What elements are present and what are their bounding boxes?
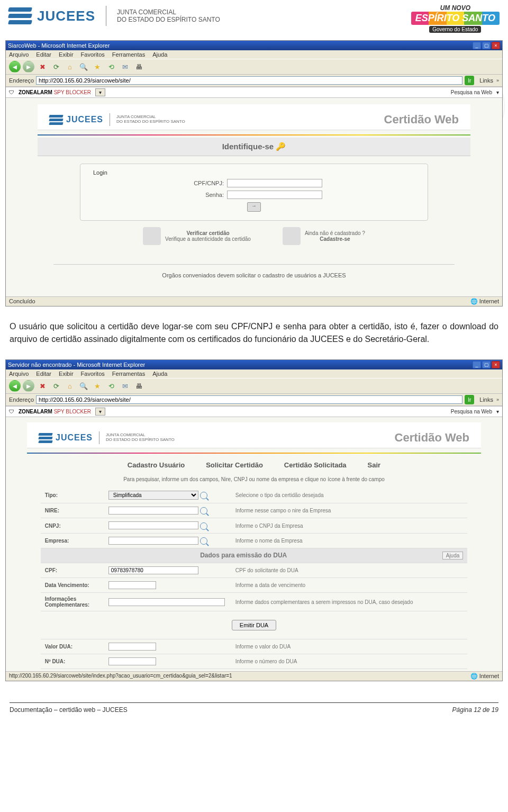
info-help: Informe dados complementares a serem imp… bbox=[231, 593, 468, 611]
print-button[interactable]: 🖶 bbox=[133, 380, 144, 392]
search-button[interactable]: 🔍 bbox=[78, 61, 89, 73]
menu-ferramentas[interactable]: Ferramentas bbox=[112, 371, 145, 377]
verify-certidao-box[interactable]: Verificar certidãoVerifique a autenticid… bbox=[143, 227, 251, 245]
maximize-button[interactable]: ▢ bbox=[482, 42, 491, 49]
minimize-button[interactable]: _ bbox=[473, 42, 481, 49]
search-icon[interactable] bbox=[200, 522, 207, 530]
row-cnpj: CNPJ: Informe o CNPJ da Empresa bbox=[41, 518, 468, 533]
nire-label: NIRE: bbox=[41, 503, 104, 518]
empresa-input[interactable] bbox=[108, 537, 198, 545]
cpf-label: CPF/CNPJ: bbox=[186, 180, 224, 186]
close-button[interactable]: × bbox=[492, 361, 500, 368]
info-input[interactable] bbox=[108, 598, 225, 606]
zonealarm-spy: SPY BLOCKER bbox=[54, 89, 91, 95]
zonealarm-dropdown[interactable]: ▾ bbox=[95, 88, 105, 96]
valor-input[interactable] bbox=[108, 643, 156, 651]
window-title: SiarcoWeb - Microsoft Internet Explorer bbox=[8, 42, 110, 49]
url-input[interactable] bbox=[36, 395, 462, 404]
internet-icon: 🌐 bbox=[470, 673, 478, 679]
refresh-button[interactable]: ⟳ bbox=[50, 380, 62, 392]
menu-ajuda[interactable]: Ajuda bbox=[152, 371, 167, 377]
num-input[interactable] bbox=[108, 657, 156, 665]
valor-help: Informe o valor do DUA bbox=[231, 639, 468, 654]
tab-cadastro[interactable]: Cadastro Usuário bbox=[128, 461, 185, 469]
cpf-input[interactable] bbox=[227, 179, 322, 187]
minimize-button[interactable]: _ bbox=[473, 361, 481, 368]
dua-section-header: Dados para emissão do DUA Ajuda bbox=[41, 548, 468, 563]
history-button[interactable]: ⟲ bbox=[105, 380, 117, 392]
go-button[interactable]: Ir bbox=[465, 76, 474, 85]
search-icon[interactable] bbox=[200, 492, 207, 499]
menu-editar[interactable]: Editar bbox=[36, 51, 51, 58]
address-bar: Endereço Ir Links » bbox=[6, 75, 502, 87]
certidao-form: Tipo: Simplificada Selecione o tipo da c… bbox=[41, 488, 468, 669]
senha-input[interactable] bbox=[227, 191, 322, 199]
home-button[interactable]: ⌂ bbox=[64, 380, 76, 392]
cpf-help: CPF do solicitante do DUA bbox=[231, 563, 468, 578]
links-label[interactable]: Links bbox=[479, 77, 493, 84]
go-button[interactable]: Ir bbox=[465, 395, 474, 404]
mail-button[interactable]: ✉ bbox=[119, 61, 131, 73]
menu-arquivo[interactable]: Arquivo bbox=[9, 51, 29, 58]
row-nire: NIRE: Informe nesse campo o nire da Empr… bbox=[41, 503, 468, 518]
menu-ferramentas[interactable]: Ferramentas bbox=[112, 51, 145, 58]
help-button[interactable]: Ajuda bbox=[442, 552, 464, 560]
cnpj-help: Informe o CNPJ da Empresa bbox=[231, 518, 468, 533]
zonealarm-search-label[interactable]: Pesquisa na Web bbox=[451, 89, 492, 95]
document-icon bbox=[143, 227, 161, 245]
url-input[interactable] bbox=[36, 76, 462, 85]
person-icon bbox=[283, 227, 301, 245]
mail-button[interactable]: ✉ bbox=[119, 380, 131, 392]
zonealarm-icon: 🛡 bbox=[9, 89, 14, 95]
address-label: Endereço bbox=[9, 396, 34, 403]
venc-help: Informe a data de vencimento bbox=[231, 578, 468, 593]
menu-editar[interactable]: Editar bbox=[36, 371, 51, 377]
home-button[interactable]: ⌂ bbox=[64, 61, 76, 73]
close-button[interactable]: × bbox=[492, 42, 500, 49]
cnpj-input[interactable] bbox=[108, 521, 198, 529]
cpf-input[interactable] bbox=[108, 566, 198, 574]
forward-button[interactable]: ► bbox=[23, 380, 34, 392]
menu-ajuda[interactable]: Ajuda bbox=[152, 51, 167, 58]
tab-sair[interactable]: Sair bbox=[368, 461, 381, 469]
menu-favoritos[interactable]: Favoritos bbox=[81, 51, 105, 58]
submit-button[interactable]: → bbox=[247, 202, 261, 212]
toolbar: ◄ ► ✖ ⟳ ⌂ 🔍 ★ ⟲ ✉ 🖶 bbox=[6, 59, 502, 75]
menu-exibir[interactable]: Exibir bbox=[59, 371, 74, 377]
refresh-button[interactable]: ⟳ bbox=[50, 61, 62, 73]
zonealarm-icon: 🛡 bbox=[9, 409, 14, 414]
search-icon[interactable] bbox=[200, 537, 207, 545]
menu-favoritos[interactable]: Favoritos bbox=[81, 371, 105, 377]
favorites-button[interactable]: ★ bbox=[92, 380, 103, 392]
emit-dua-button[interactable]: Emitir DUA bbox=[232, 620, 276, 630]
tab-solicitar[interactable]: Solicitar Certidão bbox=[206, 461, 263, 469]
maximize-button[interactable]: ▢ bbox=[482, 361, 491, 368]
menu-arquivo[interactable]: Arquivo bbox=[9, 371, 29, 377]
status-left: Concluído bbox=[9, 298, 35, 305]
stop-button[interactable]: ✖ bbox=[37, 380, 48, 392]
jucees-icon bbox=[8, 4, 32, 28]
search-icon[interactable] bbox=[200, 507, 207, 515]
cadastro-box[interactable]: Ainda não é cadastrado ?Cadastre-se bbox=[283, 227, 365, 245]
nire-input[interactable] bbox=[108, 507, 198, 515]
venc-input[interactable] bbox=[108, 581, 156, 589]
login-fieldset: Login CPF/CNPJ: Senha: → bbox=[80, 164, 428, 221]
jucees-subtitle: JUNTA COMERCIAL DO ESTADO DO ESPÍRITO SA… bbox=[117, 8, 220, 24]
menu-exibir[interactable]: Exibir bbox=[59, 51, 74, 58]
history-button[interactable]: ⟲ bbox=[105, 61, 117, 73]
row-cpf: CPF: CPF do solicitante do DUA bbox=[41, 563, 468, 578]
num-label: Nº DUA: bbox=[41, 654, 104, 669]
search-button[interactable]: 🔍 bbox=[78, 380, 89, 392]
back-button[interactable]: ◄ bbox=[9, 61, 21, 73]
stop-button[interactable]: ✖ bbox=[37, 61, 48, 73]
links-label[interactable]: Links bbox=[479, 396, 493, 403]
tab-solicitada[interactable]: Certidão Solicitada bbox=[284, 461, 347, 469]
favorites-button[interactable]: ★ bbox=[92, 61, 103, 73]
status-bar-2: http://200.165.60.29/siarcoweb/site/inde… bbox=[6, 671, 502, 681]
back-button[interactable]: ◄ bbox=[9, 380, 21, 392]
print-button[interactable]: 🖶 bbox=[133, 61, 144, 73]
jucees-brand: JUCEES bbox=[37, 8, 95, 24]
forward-button[interactable]: ► bbox=[23, 61, 34, 73]
tipo-select[interactable]: Simplificada bbox=[108, 491, 198, 500]
zonealarm-dropdown[interactable]: ▾ bbox=[95, 408, 105, 416]
